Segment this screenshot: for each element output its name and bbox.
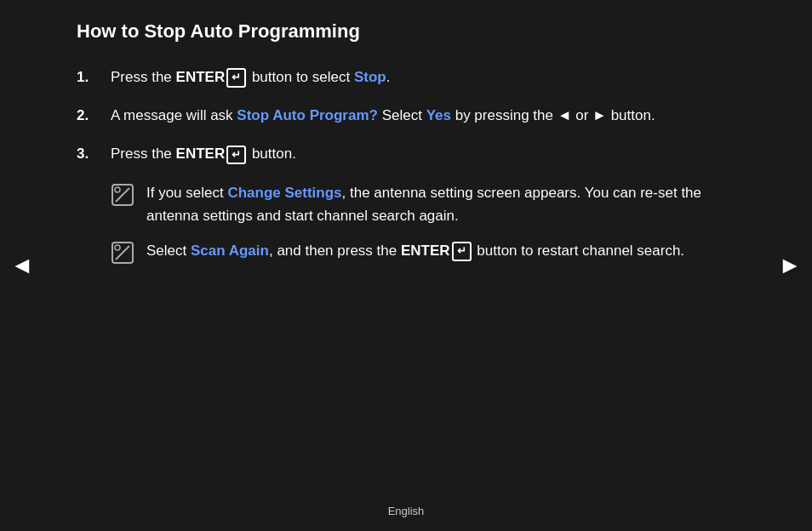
svg-line-4 bbox=[116, 246, 129, 260]
step-3: 3. Press the ENTER↵ button. bbox=[77, 142, 735, 165]
step-2-number: 2. bbox=[77, 104, 111, 127]
enter-label-1: ENTER↵ bbox=[176, 69, 249, 85]
note-icon-2 bbox=[111, 241, 141, 271]
step-1-number: 1. bbox=[77, 66, 111, 88]
svg-line-1 bbox=[116, 188, 129, 202]
enter-label-3: ENTER↵ bbox=[176, 146, 249, 162]
note-2-content: Select Scan Again, and then press the EN… bbox=[146, 239, 684, 262]
note-icon-1 bbox=[111, 183, 141, 213]
scan-again-highlight: Scan Again bbox=[191, 243, 269, 259]
change-settings-highlight: Change Settings bbox=[227, 185, 341, 201]
step-3-number: 3. bbox=[77, 142, 111, 165]
step-3-content: Press the ENTER↵ button. bbox=[111, 142, 296, 165]
footer-language: English bbox=[0, 503, 812, 520]
yes-highlight: Yes bbox=[426, 107, 451, 123]
step-1: 1. Press the ENTER↵ button to select Sto… bbox=[77, 66, 735, 88]
enter-label-note: ENTER↵ bbox=[401, 243, 473, 259]
enter-icon-1: ↵ bbox=[226, 68, 246, 87]
svg-point-2 bbox=[115, 187, 120, 192]
stop-highlight: Stop bbox=[354, 69, 386, 85]
steps-list: 1. Press the ENTER↵ button to select Sto… bbox=[77, 66, 735, 166]
note-1-content: If you select Change Settings, the anten… bbox=[146, 181, 735, 227]
notes-section: If you select Change Settings, the anten… bbox=[111, 181, 735, 271]
stop-auto-program-highlight: Stop Auto Program? bbox=[237, 107, 378, 123]
step-1-content: Press the ENTER↵ button to select Stop. bbox=[111, 66, 390, 88]
note-2: Select Scan Again, and then press the EN… bbox=[111, 239, 735, 271]
note-1: If you select Change Settings, the anten… bbox=[111, 181, 735, 227]
page-title: How to Stop Auto Programming bbox=[77, 17, 735, 49]
enter-icon-note: ↵ bbox=[452, 242, 472, 260]
svg-point-5 bbox=[115, 245, 120, 250]
step-2: 2. A message will ask Stop Auto Program?… bbox=[77, 104, 735, 127]
main-content: How to Stop Auto Programming 1. Press th… bbox=[0, 0, 812, 300]
enter-icon-3: ↵ bbox=[226, 146, 246, 164]
step-2-content: A message will ask Stop Auto Program? Se… bbox=[111, 104, 655, 127]
